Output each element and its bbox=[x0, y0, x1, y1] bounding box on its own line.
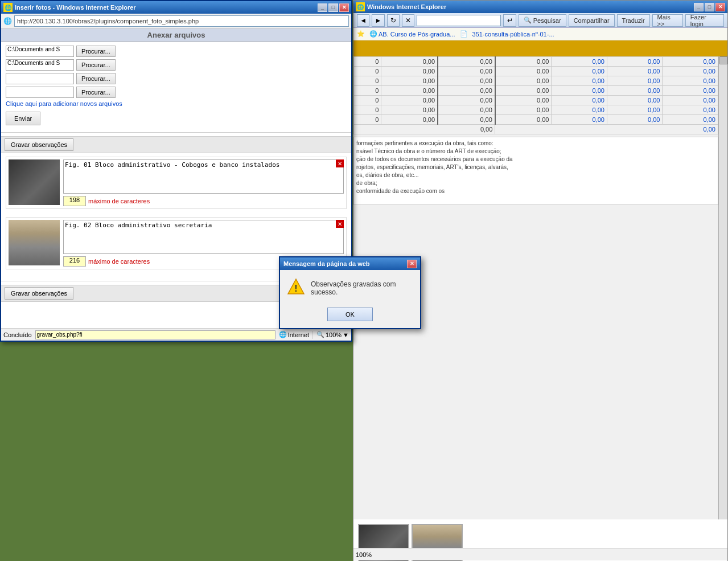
modal-overlay: Mensagem da página da web ✕ ! Observaçõe… bbox=[0, 0, 728, 561]
modal-body: ! Observações gravadas com sucesso. bbox=[280, 270, 420, 304]
modal-titlebar: Mensagem da página da web ✕ bbox=[280, 257, 420, 270]
svg-text:!: ! bbox=[294, 284, 297, 293]
modal-close-btn[interactable]: ✕ bbox=[407, 260, 417, 268]
modal-message: Observações gravadas com sucesso. bbox=[311, 278, 413, 296]
modal-ok-button[interactable]: OK bbox=[327, 308, 373, 321]
warning-icon: ! bbox=[287, 278, 305, 296]
modal-footer: OK bbox=[280, 304, 420, 328]
modal-title: Mensagem da página da web bbox=[283, 260, 370, 267]
modal-dialog: Mensagem da página da web ✕ ! Observaçõe… bbox=[279, 256, 421, 329]
